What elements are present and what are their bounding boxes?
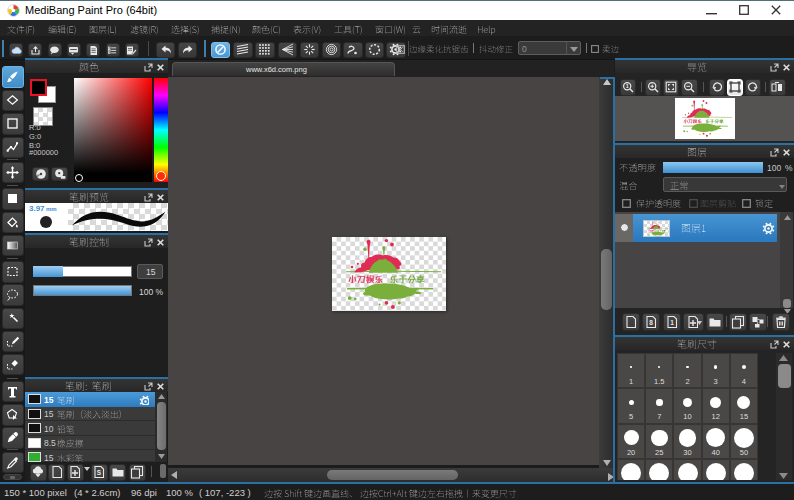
svg-text:8: 8 <box>649 319 653 326</box>
svg-text:1: 1 <box>625 83 628 89</box>
svg-text:S: S <box>97 469 102 476</box>
svg-text:1: 1 <box>670 319 674 326</box>
